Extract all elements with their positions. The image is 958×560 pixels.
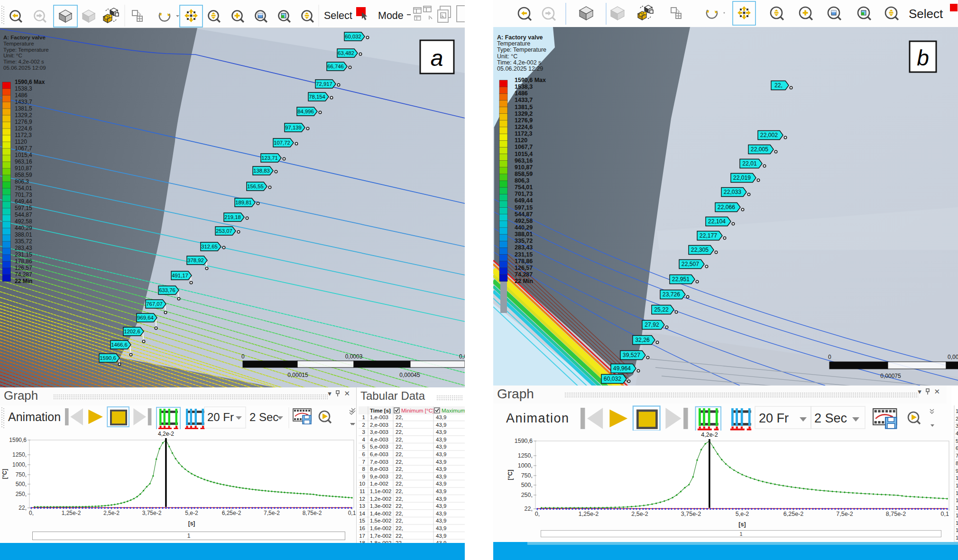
svg-text:b: b [917,46,929,70]
svg-text:3,75e-2: 3,75e-2 [142,510,162,516]
svg-text:8: 8 [956,460,958,466]
svg-text:4,2e-2: 4,2e-2 [701,431,718,438]
svg-text:60,032: 60,032 [604,376,621,382]
svg-text:750,: 750, [16,471,27,478]
svg-text:32,26: 32,26 [635,337,650,343]
svg-text:491,17: 491,17 [172,273,188,278]
svg-text:5: 5 [362,444,365,450]
svg-text:492,58: 492,58 [15,218,32,225]
svg-text:97,139: 97,139 [285,125,302,130]
svg-text:253,07: 253,07 [216,228,232,234]
svg-text:231,15: 231,15 [15,251,32,258]
svg-text:1590,6 Max: 1590,6 Max [515,77,546,83]
svg-text:806,3: 806,3 [15,178,29,185]
svg-text:11: 11 [956,483,958,488]
svg-text:3,e-003: 3,e-003 [370,429,388,435]
svg-text:18: 18 [956,535,958,541]
svg-text:43,9: 43,9 [436,466,446,472]
svg-text:4,2e-2: 4,2e-2 [158,431,174,437]
svg-text:Time: 4,2e-002 s: Time: 4,2e-002 s [3,59,44,64]
svg-text:22,033: 22,033 [724,189,741,195]
svg-text:1381,5: 1381,5 [15,105,32,112]
svg-text:1224,6: 1224,6 [515,124,533,130]
svg-text:767,07: 767,07 [146,301,163,307]
svg-text:16: 16 [956,520,958,526]
svg-text:1: 1 [362,414,365,420]
svg-text:250,: 250, [521,492,533,498]
svg-text:0,00075: 0,00075 [880,373,901,379]
svg-text:500,: 500, [521,482,533,488]
svg-text:335,72: 335,72 [15,238,32,245]
svg-text:39,527: 39,527 [623,352,640,358]
svg-text:126,57: 126,57 [515,265,533,271]
svg-text:963,16: 963,16 [515,157,533,164]
svg-text:16: 16 [359,525,365,531]
svg-text:1590,6: 1590,6 [515,438,533,444]
svg-text:500,: 500, [16,481,27,487]
svg-text:22,: 22, [396,466,403,472]
svg-text:701,73: 701,73 [15,192,32,198]
svg-text:858,59: 858,59 [515,171,533,177]
svg-text:43,9: 43,9 [436,422,446,428]
svg-text:22,01: 22,01 [742,160,757,167]
svg-text:1,3e-002: 1,3e-002 [370,503,391,509]
svg-text:1433,7: 1433,7 [15,99,32,105]
svg-text:4: 4 [362,437,366,442]
svg-text:A: Factory valve: A: Factory valve [497,34,543,41]
svg-text:388,01: 388,01 [515,231,533,238]
svg-text:1202,6: 1202,6 [124,329,140,334]
svg-text:156,55: 156,55 [247,184,264,189]
svg-text:[°C]: [°C] [1,469,8,479]
svg-text:22 Min: 22 Min [515,278,533,285]
svg-text:250,: 250, [16,491,27,497]
svg-text:Temperature: Temperature [3,41,34,46]
svg-text:1329,2: 1329,2 [515,110,533,117]
svg-text:Animation: Animation [506,411,570,425]
svg-text:22,: 22, [396,481,403,487]
svg-text:388,01: 388,01 [15,231,32,238]
svg-text:43,9: 43,9 [436,459,446,465]
svg-text:72,917: 72,917 [316,81,332,87]
svg-text:22,: 22, [774,82,783,89]
svg-text:22,: 22, [396,459,403,465]
svg-text:22,: 22, [396,488,403,494]
svg-text:440,29: 440,29 [515,224,533,231]
svg-text:1120: 1120 [15,138,27,145]
svg-text:8,75e-2: 8,75e-2 [303,510,322,516]
svg-text:05.06.2025 12:29: 05.06.2025 12:29 [497,65,543,72]
svg-text:1000,: 1000, [12,461,27,468]
svg-text:43,9: 43,9 [436,437,446,442]
svg-text:43,9: 43,9 [436,481,446,487]
svg-text:43,9: 43,9 [436,474,446,479]
svg-text:43,9: 43,9 [436,444,446,450]
svg-text:Select: Select [909,7,943,21]
svg-text:2: 2 [362,422,365,428]
svg-text:74,287: 74,287 [515,271,533,278]
svg-text:2 Sec: 2 Sec [814,411,847,425]
svg-text:1590,6: 1590,6 [9,437,27,443]
svg-text:0,1: 0,1 [348,510,356,516]
svg-text:[s]: [s] [738,521,746,528]
svg-text:22,002: 22,002 [760,132,778,138]
svg-text:0,: 0, [535,511,540,517]
svg-text:17: 17 [359,533,365,539]
svg-text:66,746: 66,746 [327,64,344,69]
svg-text:1224,6: 1224,6 [15,125,32,132]
svg-text:858,59: 858,59 [15,172,32,178]
svg-text:22,104: 22,104 [708,218,726,225]
svg-text:0,: 0, [29,510,34,516]
svg-text:9: 9 [362,474,365,479]
svg-text:1538,3: 1538,3 [515,83,533,90]
svg-text:Unit: °C: Unit: °C [497,53,517,60]
svg-text:22,507: 22,507 [682,261,699,267]
svg-text:633,76: 633,76 [159,287,175,293]
svg-text:Time [s]: Time [s] [370,408,391,413]
svg-text:0: 0 [828,354,831,360]
svg-text:6: 6 [956,445,958,451]
svg-text:138,83: 138,83 [253,168,270,174]
svg-text:0,00015: 0,00015 [287,372,308,378]
svg-text:7: 7 [956,453,958,459]
svg-text:22,: 22, [396,518,403,523]
svg-text:1172,3: 1172,3 [515,130,533,137]
svg-text:806,3: 806,3 [515,177,529,184]
